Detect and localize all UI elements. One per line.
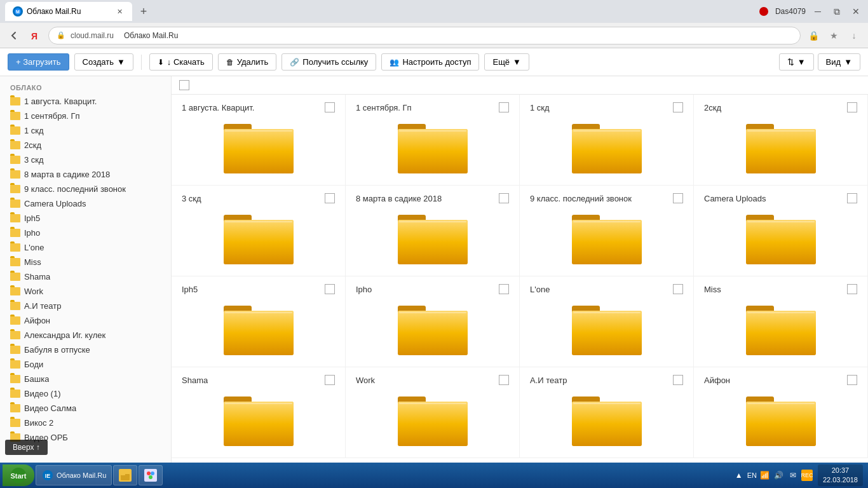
delete-button[interactable]: 🗑 Удалить [218, 53, 277, 71]
item-checkbox[interactable] [847, 102, 857, 112]
folder-icon-small [10, 287, 20, 295]
start-button[interactable]: Start [3, 464, 34, 486]
browser-tab[interactable]: М Облако Mail.Ru ✕ [5, 2, 132, 21]
file-item[interactable]: Shama [172, 367, 346, 458]
sidebar-item[interactable]: Camera Uploads [0, 196, 171, 211]
item-checkbox[interactable] [325, 102, 335, 112]
more-button[interactable]: Ещё ▼ [484, 53, 529, 71]
sidebar-item[interactable]: Видео Салма [0, 401, 171, 416]
sidebar-item-label: Iph5 [24, 214, 40, 223]
download-button[interactable]: ⬇ ↓ Скачать [149, 53, 213, 71]
item-checkbox[interactable] [847, 193, 857, 203]
tab-close-button[interactable]: ✕ [114, 6, 125, 17]
taskbar-browser-button[interactable]: IE Облако Mail.Ru [36, 465, 112, 485]
download-icon[interactable]: ↓ [845, 27, 863, 44]
sidebar-item[interactable]: 1 сентября. Гп [0, 109, 171, 123]
tab-favicon: М [13, 6, 23, 17]
item-checkbox[interactable] [499, 375, 509, 385]
item-checkbox[interactable] [673, 284, 683, 294]
folder-icon-small [10, 360, 20, 369]
svg-rect-66 [746, 402, 816, 446]
file-name: 1 скд [530, 103, 550, 112]
security-icon[interactable]: 🔒 [804, 27, 822, 44]
item-checkbox[interactable] [673, 375, 683, 385]
view-button[interactable]: Вид ▼ [818, 53, 860, 71]
file-item[interactable]: 8 марта в садике 2018 [346, 186, 520, 276]
file-item[interactable]: Miss [694, 276, 868, 367]
sidebar-item[interactable]: 1 августа. Кварцит. [0, 94, 171, 109]
upload-button[interactable]: + Загрузить [8, 53, 69, 71]
yandex-logo[interactable]: Я [27, 27, 44, 44]
bookmark-icon[interactable]: ★ [825, 27, 843, 44]
item-checkbox[interactable] [673, 193, 683, 203]
share-button[interactable]: 👥 Настроить доступ [381, 53, 479, 71]
back-button[interactable] [5, 27, 23, 44]
item-checkbox[interactable] [847, 375, 857, 385]
item-checkbox[interactable] [499, 102, 509, 112]
svg-rect-22 [224, 220, 294, 264]
sidebar-item[interactable]: Айфон [0, 313, 171, 328]
sidebar: ОБЛАКО 1 августа. Кварцит.1 сентября. Гп… [0, 76, 172, 463]
folder-icon-small [10, 302, 20, 310]
get-link-button[interactable]: 🔗 Получить ссылку [281, 53, 376, 71]
select-all-checkbox[interactable] [179, 80, 189, 90]
file-item[interactable]: L'one [520, 276, 694, 367]
sidebar-item[interactable]: Бабуля в отпуске [0, 342, 171, 357]
restore-button[interactable]: ⧉ [830, 4, 844, 18]
file-item[interactable]: Айфон [694, 367, 868, 458]
sidebar-item[interactable]: 8 марта в садике 2018 [0, 167, 171, 182]
sidebar-item[interactable]: А.И театр [0, 299, 171, 313]
tray-up-arrow[interactable]: ▲ [733, 470, 745, 481]
file-item[interactable]: 1 сентября. Гп [346, 95, 520, 186]
file-name: Iph5 [182, 285, 198, 294]
file-item[interactable]: 1 скд [520, 95, 694, 186]
minimize-button[interactable]: ─ [811, 4, 825, 18]
sidebar-item[interactable]: Видео (1) [0, 386, 171, 401]
file-item[interactable]: 9 класс. последний звонок [520, 186, 694, 276]
svg-rect-31 [573, 221, 641, 222]
folder-icon-small [10, 243, 20, 252]
sidebar-item[interactable]: Miss [0, 255, 171, 269]
sidebar-item[interactable]: Боди [0, 357, 171, 372]
sidebar-item[interactable]: 2скд [0, 138, 171, 152]
sort-button[interactable]: ⇅ ▼ [779, 53, 814, 71]
file-item[interactable]: Iph5 [172, 276, 346, 367]
sidebar-item[interactable]: Work [0, 284, 171, 299]
svg-rect-26 [398, 220, 468, 264]
file-item[interactable]: 2скд [694, 95, 868, 186]
item-checkbox[interactable] [499, 284, 509, 294]
more-label: Ещё [492, 57, 510, 67]
file-item[interactable]: Work [346, 367, 520, 458]
sidebar-item[interactable]: 1 скд [0, 123, 171, 138]
file-item[interactable]: Camera Uploads [694, 186, 868, 276]
file-item[interactable]: 3 скд [172, 186, 346, 276]
file-item[interactable]: 1 августа. Кварцит. [172, 95, 346, 186]
download-icon: ⬇ [158, 58, 164, 67]
close-button[interactable]: ✕ [849, 4, 863, 18]
create-button[interactable]: Создать ▼ [74, 53, 133, 71]
sidebar-item[interactable]: L'one [0, 240, 171, 255]
new-tab-button[interactable]: + [135, 3, 153, 20]
item-checkbox[interactable] [673, 102, 683, 112]
svg-rect-63 [573, 403, 641, 404]
sidebar-item[interactable]: Башка [0, 372, 171, 386]
sidebar-item[interactable]: Александра Иг. кулек [0, 328, 171, 342]
sidebar-item[interactable]: 3 скд [0, 152, 171, 167]
file-item[interactable]: А.И театр [520, 367, 694, 458]
sidebar-item[interactable]: Ipho [0, 226, 171, 240]
sidebar-item[interactable]: Викос 2 [0, 416, 171, 430]
taskbar-explorer-button[interactable] [113, 465, 137, 485]
item-checkbox[interactable] [847, 284, 857, 294]
address-bar[interactable]: 🔒 cloud.mail.ru Облако Mail.Ru [48, 27, 801, 44]
item-checkbox[interactable] [325, 193, 335, 203]
taskbar-paint-button[interactable] [139, 465, 163, 485]
file-item[interactable]: Ipho [346, 276, 520, 367]
sidebar-item[interactable]: Iph5 [0, 211, 171, 226]
svg-rect-46 [572, 311, 642, 355]
sidebar-item[interactable]: 9 класс. последний звонок [0, 182, 171, 196]
sidebar-item[interactable]: Shama [0, 269, 171, 284]
back-to-top-tooltip[interactable]: Вверх ↑ [5, 440, 48, 455]
item-checkbox[interactable] [325, 375, 335, 385]
item-checkbox[interactable] [499, 193, 509, 203]
item-checkbox[interactable] [325, 284, 335, 294]
